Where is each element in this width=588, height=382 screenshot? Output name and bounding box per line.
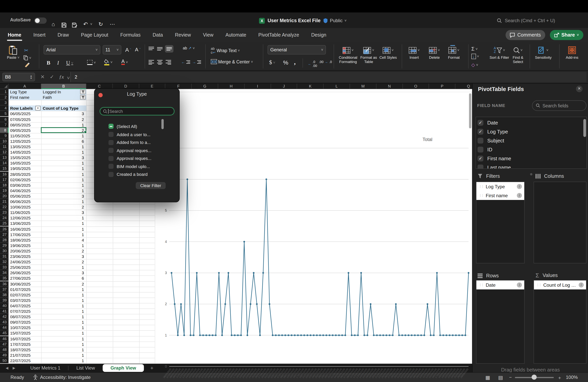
cell-B18[interactable]: 1 — [41, 182, 86, 188]
row-header-27[interactable]: 27 — [0, 232, 9, 237]
cell-A27[interactable]: 17/06/2025 — [9, 232, 41, 237]
row-header-36[interactable]: 36 — [0, 281, 9, 287]
cell-B5[interactable]: 3 — [41, 111, 86, 117]
filter-item-added-form-to-a-[interactable]: Added form to a... — [108, 139, 151, 145]
share-button[interactable]: Share ˅ — [550, 30, 583, 40]
cell-A18[interactable]: 03/06/2025 — [9, 182, 41, 188]
format-as-table-button[interactable]: ˅ Format as Table — [358, 46, 379, 64]
number-format-combo[interactable]: General˅ — [268, 45, 326, 54]
format-painter-icon[interactable] — [24, 62, 30, 67]
row-header-26[interactable]: 26 — [0, 226, 9, 232]
conditional-formatting-button[interactable]: ˅ Conditional Formatting — [336, 46, 360, 64]
cell-A39[interactable]: 03/07/2025 — [9, 297, 41, 303]
fx-chevron-icon[interactable]: ˅ — [67, 75, 70, 81]
tab-home[interactable]: Home — [7, 30, 22, 40]
panel-close-icon[interactable]: ✕ — [576, 85, 583, 92]
find-select-button[interactable]: ˅ Find & Select — [508, 46, 528, 64]
cell-A5[interactable]: 06/05/2025 — [9, 111, 41, 117]
row-header-40[interactable]: 40 — [0, 303, 9, 308]
cell-B13[interactable]: 3 — [41, 155, 86, 160]
filters-area-box[interactable]: ⋮⋮Log Typei⋮⋮First namei — [476, 182, 525, 263]
checked-checkbox-icon[interactable]: ✓ — [478, 120, 483, 126]
cell-B24[interactable]: 1 — [41, 215, 86, 221]
increase-indent-button[interactable]: → — [192, 60, 201, 64]
merge-center-button[interactable]: Merge & Center˅ — [211, 59, 253, 64]
copy-icon[interactable]: ˅ — [23, 55, 31, 60]
cell-A8[interactable]: 09/05/2025 — [9, 127, 41, 133]
cell-A50[interactable]: 22/07/2025 — [9, 358, 41, 363]
filter-item-approval-reques-[interactable]: Approval reques... — [108, 155, 151, 161]
row-header-19[interactable]: 19 — [0, 188, 9, 193]
decrease-indent-button[interactable]: ← — [181, 60, 190, 64]
row-header-50[interactable]: 50 — [0, 358, 9, 363]
cell-A49[interactable]: 21/07/2025 — [9, 352, 41, 358]
zoom-slider-knob[interactable] — [532, 375, 537, 380]
column-header-N[interactable]: N — [377, 84, 403, 89]
column-header-L[interactable]: L — [324, 84, 350, 89]
row-header-43[interactable]: 43 — [0, 319, 9, 325]
cell-A2[interactable]: First name — [9, 95, 41, 100]
column-header-A[interactable]: A — [9, 84, 41, 89]
row-header-42[interactable]: 42 — [0, 314, 9, 319]
fill-button[interactable]: ↓˅ — [471, 54, 479, 59]
row-header-9[interactable]: 9 — [0, 133, 9, 138]
grow-font-button[interactable]: Aˆ — [125, 47, 131, 53]
column-header-K[interactable]: K — [297, 84, 324, 89]
column-header-H[interactable]: H — [218, 84, 245, 89]
field-id[interactable]: ID — [478, 145, 492, 154]
sensitivity-badge[interactable]: Public ˅ — [323, 18, 346, 23]
cell-B40[interactable]: 1 — [41, 303, 86, 308]
cell-A47[interactable]: 17/07/2025 — [9, 341, 41, 347]
zoom-in-icon[interactable]: ＋ — [557, 375, 562, 381]
namebox-spinner-icon[interactable]: ▲▼ — [30, 75, 32, 79]
cell-B6[interactable]: 2 — [41, 117, 86, 122]
rows-area-box[interactable]: ⋮⋮Datei — [476, 280, 525, 364]
delete-cells-button[interactable]: ✕˅ Delete — [425, 46, 444, 60]
cell-B25[interactable]: 1 — [41, 221, 86, 226]
cell-B14[interactable]: 1 — [41, 160, 86, 166]
normal-view-icon[interactable]: ▦ — [485, 375, 490, 381]
cell-B33[interactable]: 1 — [41, 265, 86, 270]
dialog-search-input[interactable]: Search — [100, 107, 175, 116]
cut-icon[interactable]: ✂ — [24, 47, 28, 53]
item-checkbox[interactable] — [108, 140, 114, 145]
info-icon[interactable]: i — [517, 193, 522, 198]
row-header-29[interactable]: 29 — [0, 243, 9, 248]
chip-count-of-log-ty-[interactable]: ⋮⋮Count of Log Ty...i — [534, 280, 586, 289]
row-header-28[interactable]: 28 — [0, 237, 9, 243]
cell-B12[interactable]: 1 — [41, 149, 86, 155]
row-header-33[interactable]: 33 — [0, 265, 9, 270]
tab-automate[interactable]: Automate — [225, 30, 247, 40]
cell-B50[interactable]: 1 — [41, 358, 86, 363]
cell-B15[interactable]: 1 — [41, 166, 86, 171]
insert-cells-button[interactable]: ←˅ Insert — [404, 46, 424, 60]
column-header-B[interactable]: B — [41, 84, 86, 89]
field-last-name[interactable]: Last name — [478, 163, 511, 169]
cell-A7[interactable]: 08/05/2025 — [9, 122, 41, 127]
cell-B43[interactable]: 1 — [41, 319, 86, 325]
cell-A11[interactable]: 13/05/2025 — [9, 144, 41, 149]
orientation-button[interactable]: ab↗˅ — [183, 46, 195, 50]
row-header-32[interactable]: 32 — [0, 259, 9, 265]
filter-item-bim-model-uplo-[interactable]: BIM model uplo... — [108, 163, 150, 169]
row-header-41[interactable]: 41 — [0, 308, 9, 314]
page-layout-view-icon[interactable]: ▤ — [498, 375, 503, 381]
row-header-3[interactable]: 3 — [0, 100, 9, 106]
next-sheet-icon[interactable]: ▶ — [11, 366, 17, 370]
decrease-decimal-button[interactable]: .00→.0 — [319, 60, 332, 64]
comma-style-button[interactable]: , — [294, 58, 296, 66]
zoom-level[interactable]: 100% — [566, 375, 578, 380]
cell-A21[interactable]: 06/06/2025 — [9, 199, 41, 204]
cell-A32[interactable]: 24/06/2025 — [9, 259, 41, 265]
cell-A6[interactable]: 07/05/2025 — [9, 117, 41, 122]
sort-filter-button[interactable]: AZ˅ Sort & Filter — [489, 46, 509, 60]
row-header-22[interactable]: 22 — [0, 204, 9, 210]
cell-A12[interactable]: 14/05/2025 — [9, 149, 41, 155]
row-header-15[interactable]: 15 — [0, 166, 9, 171]
cancel-entry-icon[interactable]: ✕ — [41, 74, 45, 80]
cell-A13[interactable]: 15/05/2025 — [9, 155, 41, 160]
sheet-tab-user-metrics-1[interactable]: User Metrics 1 — [22, 364, 68, 372]
align-middle-button[interactable] — [157, 47, 163, 51]
select-all-checkbox[interactable] — [108, 124, 114, 129]
comments-button[interactable]: Comments — [505, 30, 545, 40]
